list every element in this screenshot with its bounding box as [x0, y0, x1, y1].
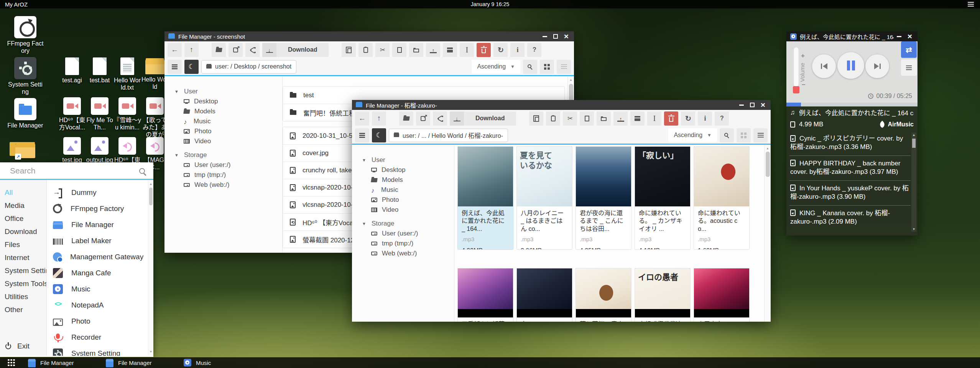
title-bar[interactable]: File Manager - screenshot ×: [164, 31, 574, 41]
scroll-down-icon[interactable]: ▼: [911, 227, 916, 231]
sidebar-item[interactable]: Models: [362, 175, 454, 185]
paste-button[interactable]: [546, 111, 560, 126]
close-button[interactable]: ×: [564, 33, 569, 40]
help-button[interactable]: [527, 43, 541, 57]
category-item[interactable]: Download: [0, 225, 46, 238]
sidebar-group-header[interactable]: ▼ User: [174, 86, 282, 96]
category-item[interactable]: System Settings: [0, 264, 46, 277]
next-track-button[interactable]: [865, 54, 889, 78]
sidebar-item[interactable]: Web (web:/): [174, 180, 282, 190]
maximize-button[interactable]: [750, 103, 755, 107]
new-folder-button[interactable]: [409, 43, 423, 57]
paste-button[interactable]: [358, 43, 373, 57]
title-bar[interactable]: 例えば、今此処に置かれた花に _ 164 c⋯ ×: [786, 31, 918, 41]
playlist-item[interactable]: HAPPY BIRTHDAY _ back number cover. by柘榴…: [789, 155, 911, 180]
back-button[interactable]: [355, 111, 369, 126]
grid-view-button[interactable]: [737, 128, 751, 142]
previous-track-button[interactable]: [812, 54, 836, 78]
progress-bar[interactable]: [786, 103, 918, 106]
dark-mode-button[interactable]: [372, 128, 386, 142]
sidebar-item[interactable]: Web (web:/): [362, 249, 454, 258]
archive-button[interactable]: [443, 43, 457, 57]
maximize-button[interactable]: [553, 34, 558, 39]
cut-button[interactable]: [375, 43, 390, 57]
app-list-item[interactable]: File Manager: [47, 217, 153, 233]
exit-button[interactable]: Exit: [5, 342, 30, 350]
desktop-file[interactable]: Hello World.txt: [113, 57, 141, 97]
sidebar-group-header[interactable]: ▼ Storage: [174, 150, 282, 160]
info-button[interactable]: [510, 43, 525, 57]
delete-button[interactable]: [664, 111, 678, 126]
desktop-file[interactable]: 『雪峰～yu kimin...: [113, 97, 141, 137]
desktop-file[interactable]: test.bat: [86, 57, 113, 97]
app-list-item[interactable]: Management Gateway: [47, 249, 153, 265]
list-view-button[interactable]: [557, 60, 571, 74]
refresh-button[interactable]: [493, 43, 508, 57]
sidebar-item[interactable]: Models: [174, 106, 282, 116]
volume-slider-handle[interactable]: [793, 86, 799, 93]
app-list-item[interactable]: Manga Cafe: [47, 265, 153, 281]
upload-button[interactable]: [613, 111, 628, 126]
sidebar-item[interactable]: tmp (tmp:/): [362, 239, 454, 249]
download-button[interactable]: Download: [450, 111, 516, 126]
app-list-item[interactable]: FFmpeg Factory: [47, 201, 153, 217]
search-input[interactable]: [10, 166, 136, 175]
menu-button[interactable]: [168, 60, 182, 74]
scrollbar[interactable]: ▲: [764, 145, 771, 322]
new-file-button[interactable]: [580, 111, 594, 126]
sidebar-item[interactable]: Desktop: [362, 165, 454, 175]
scroll-down-icon[interactable]: ▼: [148, 350, 153, 353]
playlist-item[interactable]: In Your Hands _ yusukeP cover. by 柘榴-zak…: [789, 180, 911, 205]
app-launcher-button[interactable]: [8, 359, 15, 366]
rename-button[interactable]: [647, 111, 661, 126]
breadcrumb[interactable]: user: / Desktop / screenshot: [201, 60, 296, 74]
playlist-item[interactable]: KING _ Kanaria cover. by 柘榴-zakuro-.mp3 …: [789, 205, 911, 230]
music-file-card[interactable]: 命に嫌われている。acoustic co... .mp3 1.69MB: [694, 146, 750, 250]
refresh-button[interactable]: [681, 111, 695, 126]
category-item[interactable]: Files: [0, 238, 46, 251]
copy-button[interactable]: [342, 43, 356, 57]
dark-mode-button[interactable]: [184, 60, 199, 74]
scroll-up-icon[interactable]: ▲: [568, 78, 574, 82]
sidebar-item[interactable]: tmp (tmp:/): [174, 170, 282, 180]
app-list-item[interactable]: Music: [47, 281, 153, 297]
list-view-button[interactable]: [753, 128, 768, 142]
info-button[interactable]: [698, 111, 712, 126]
grid-view-button[interactable]: [540, 60, 554, 74]
desktop-shortcut[interactable]: System Setting: [7, 57, 44, 98]
new-file-button[interactable]: [392, 43, 406, 57]
music-file-card[interactable]: 菫と葉桜 _ 青木月: [576, 268, 631, 322]
music-file-card[interactable]: 四季折々に揺蕩い: [457, 268, 513, 322]
open-in-new-button[interactable]: [416, 111, 430, 126]
rename-button[interactable]: [460, 43, 474, 57]
sort-dropdown[interactable]: Ascending ▼: [472, 60, 520, 74]
archive-button[interactable]: [630, 111, 645, 126]
app-list-item[interactable]: Dummy: [47, 185, 153, 201]
breadcrumb[interactable]: user: / ... / Hello World / 柘榴-zakuro-: [389, 129, 508, 142]
music-file-card[interactable]: 吉 _ HarryP cover: [516, 268, 572, 322]
taskbar-item[interactable]: Music: [184, 358, 261, 367]
volume-slider[interactable]: [794, 47, 799, 87]
sidebar-item[interactable]: Photo: [362, 195, 454, 205]
new-folder-button[interactable]: [597, 111, 611, 126]
music-file-card[interactable]: 「寂しい」 命に嫌われている。 _ カンザキイオリ ... .mp3 4.19M…: [635, 146, 691, 250]
minimize-button[interactable]: [897, 36, 901, 37]
open-in-new-button[interactable]: [229, 43, 243, 57]
pause-button[interactable]: [837, 52, 864, 79]
app-list-item[interactable]: NotepadA: [47, 297, 153, 313]
sidebar-item[interactable]: Desktop: [174, 96, 282, 106]
repeat-button[interactable]: [901, 41, 917, 58]
taskbar-item[interactable]: File Manager: [106, 358, 184, 367]
music-file-card[interactable]: イロの愚者 妄想感傷代償連盟: [635, 268, 691, 322]
music-file-card[interactable]: 例えば、今此処に置かれた花に _ 164... .mp3 4.99MB: [457, 146, 513, 250]
sort-dropdown[interactable]: Ascending ▼: [668, 128, 717, 142]
sidebar-item[interactable]: Music: [362, 185, 454, 195]
up-button[interactable]: [372, 111, 386, 126]
search-button[interactable]: [523, 60, 537, 74]
help-button[interactable]: [715, 111, 729, 126]
desktop-file[interactable]: HD⁶⁰【東方Vocal...: [58, 97, 86, 137]
share-button[interactable]: [433, 111, 447, 126]
open-button[interactable]: [399, 111, 413, 126]
copy-button[interactable]: [529, 111, 543, 126]
category-item[interactable]: Utilities: [0, 290, 46, 303]
